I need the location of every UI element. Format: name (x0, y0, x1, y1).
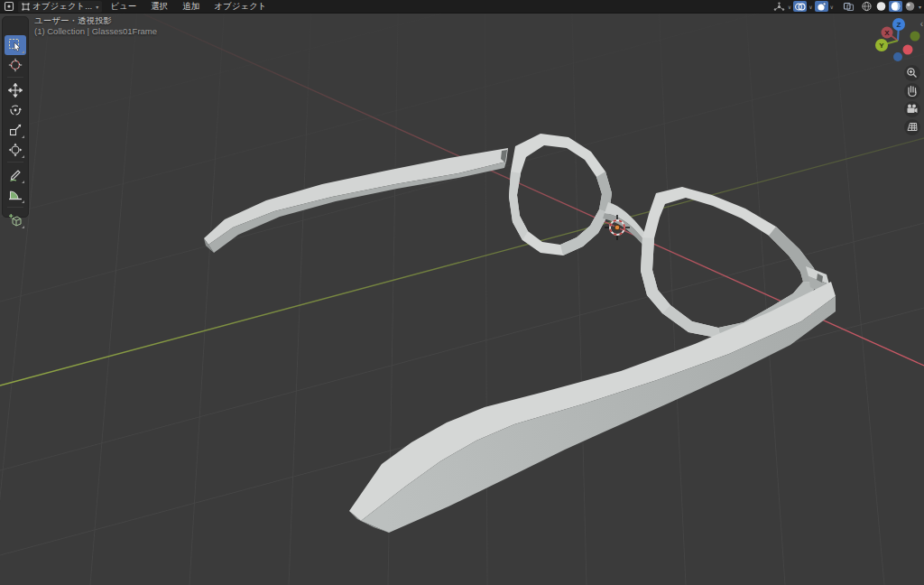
material-preview-sphere-icon (890, 1, 901, 12)
chevron-down-icon: ▾ (96, 4, 98, 10)
gizmo-z-label: Z (897, 21, 901, 29)
zoom-button[interactable] (904, 65, 920, 81)
editor-type-button[interactable] (2, 1, 16, 12)
rotate-icon (8, 103, 23, 117)
proportional-falloff-icon (816, 2, 827, 12)
tool-move[interactable] (5, 80, 26, 100)
sidebar-toggle-arrow[interactable]: ‹ (920, 20, 923, 29)
object-mode-icon (22, 3, 30, 11)
add-cube-icon (8, 213, 23, 228)
menu-select[interactable]: 選択 (144, 0, 174, 13)
chevron-down-icon[interactable]: ∨ (787, 4, 792, 10)
gizmo-axis-x-negative[interactable] (903, 45, 913, 55)
gizmo-icon (773, 2, 785, 12)
viewport-3d[interactable] (0, 0, 924, 585)
wireframe-sphere-icon (861, 1, 873, 12)
gizmo-axis-z-negative[interactable] (893, 52, 902, 61)
select-box-icon (8, 38, 23, 52)
measure-protractor-icon (8, 188, 23, 202)
toggle-ortho-button[interactable] (904, 119, 920, 135)
gizmo-y-label: Y (879, 42, 884, 50)
tool-measure[interactable] (5, 185, 26, 205)
tool-add-cube[interactable] (5, 210, 26, 230)
object-origin-dot (614, 225, 620, 230)
solid-sphere-icon (875, 1, 887, 12)
camera-view-button[interactable] (904, 101, 920, 117)
gizmo-x-label: X (884, 29, 890, 37)
distance-fade (0, 13, 924, 220)
transform-icon (8, 143, 23, 157)
pan-button[interactable] (904, 83, 920, 99)
tool-select-box[interactable] (5, 35, 26, 55)
shading-wireframe-button[interactable] (860, 1, 873, 12)
mode-selector-label: オブジェクト... (32, 1, 92, 13)
tool-transform[interactable] (5, 140, 26, 160)
mode-selector[interactable]: オブジェクト... ▾ (18, 1, 102, 13)
tool-cursor[interactable] (5, 55, 26, 75)
menu-add[interactable]: 追加 (176, 0, 206, 13)
rendered-sphere-icon (904, 1, 916, 12)
move-icon (8, 83, 23, 98)
tool-rotate[interactable] (5, 100, 26, 120)
navigation-gizmo[interactable]: Z X Y (870, 13, 924, 139)
xray-toggle-button[interactable] (842, 1, 855, 12)
menu-view[interactable]: ビュー (104, 0, 143, 13)
tool-bar (2, 16, 29, 218)
overlays-dropdown-button[interactable] (793, 1, 807, 12)
tool-scale[interactable] (5, 120, 26, 140)
menu-object[interactable]: オブジェクト (208, 0, 273, 13)
annotate-pen-icon (8, 168, 23, 182)
3d-viewport-editor-icon (4, 1, 14, 12)
chevron-down-icon[interactable]: ∨ (808, 4, 813, 10)
shading-solid-button[interactable] (874, 1, 888, 12)
overlays-icon (794, 2, 806, 12)
gizmos-dropdown-button[interactable] (772, 1, 786, 12)
shading-rendered-button[interactable] (903, 1, 917, 12)
shading-material-button[interactable] (889, 1, 902, 12)
chevron-down-icon[interactable]: ▾ (918, 4, 922, 10)
blender-window: オブジェクト... ▾ ビュー 選択 追加 オブジェクト ∨ (0, 0, 924, 585)
tool-annotate[interactable] (5, 165, 26, 185)
xray-icon (843, 2, 855, 12)
right-rim-facet-lip (662, 305, 721, 339)
falloff-dropdown-button[interactable] (815, 1, 828, 12)
chevron-down-icon[interactable]: ∨ (829, 4, 835, 10)
3d-cursor-icon (8, 58, 23, 72)
viewport-header: オブジェクト... ▾ ビュー 選択 追加 オブジェクト ∨ (0, 0, 924, 14)
scale-icon (8, 123, 23, 137)
gizmo-axis-y-negative[interactable] (910, 32, 920, 42)
